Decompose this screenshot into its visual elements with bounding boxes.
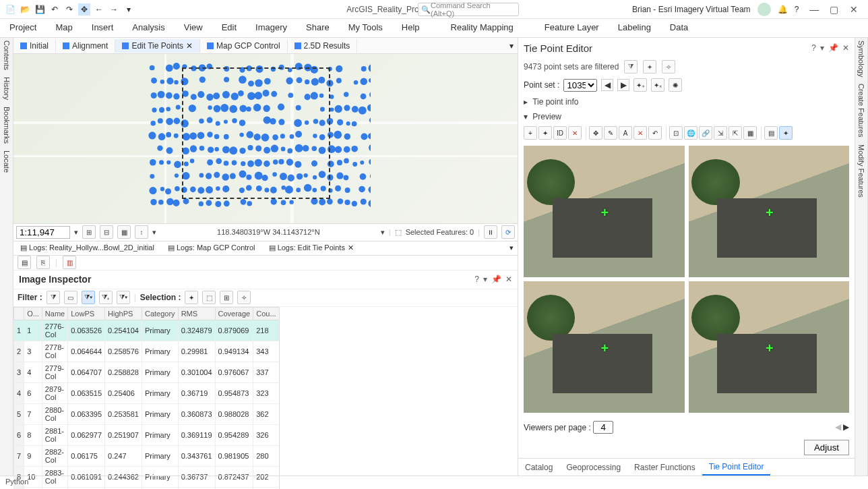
cell[interactable]: 7 bbox=[24, 403, 42, 424]
thumb-4[interactable]: + bbox=[689, 281, 850, 413]
cell[interactable]: 5 bbox=[14, 403, 24, 424]
pause-icon[interactable]: ⏸ bbox=[484, 225, 497, 239]
cell[interactable]: 0.879069 bbox=[215, 320, 253, 341]
pointset-select[interactable]: 1035 bbox=[563, 79, 597, 92]
view-tab-edit-tie-points[interactable]: Edit Tie Points ✕ bbox=[115, 39, 200, 53]
cell[interactable]: 0.253581 bbox=[105, 403, 142, 424]
save-icon[interactable]: 💾 bbox=[34, 3, 46, 16]
cell[interactable]: 0.36719 bbox=[178, 382, 215, 403]
cell[interactable]: Primary bbox=[142, 362, 178, 382]
close-button[interactable]: ✕ bbox=[845, 4, 863, 15]
tpe-menu-icon[interactable]: ▾ bbox=[820, 43, 824, 53]
pointset-add-icon[interactable]: ✦₊ bbox=[633, 78, 647, 92]
ribbon-tab-reality-mapping[interactable]: Reality Mapping bbox=[441, 19, 523, 37]
cell[interactable]: 0.324879 bbox=[178, 320, 215, 341]
filter-extent-icon[interactable]: ▭ bbox=[64, 291, 78, 304]
tp-fitin-icon[interactable]: ⇲ bbox=[714, 126, 727, 140]
log-tab[interactable]: ▤ Logs: Reality_Hollyw...Bowl_2D_initial bbox=[13, 242, 161, 254]
cell[interactable]: 0.25406 bbox=[105, 382, 142, 403]
cell[interactable]: 2882-Col bbox=[42, 445, 67, 466]
tpe-pin-icon[interactable]: 📌 bbox=[828, 43, 838, 53]
preview-section-label[interactable]: Preview bbox=[532, 112, 561, 121]
tpe-help-icon[interactable]: ? bbox=[811, 43, 816, 53]
close-tab-icon[interactable]: ✕ bbox=[186, 41, 193, 51]
user-label[interactable]: Brian - Esri Imagery Virtual Team bbox=[632, 5, 751, 14]
tp-zoom-icon[interactable]: ⊡ bbox=[669, 126, 683, 140]
tp-link-icon[interactable]: 🔗 bbox=[699, 126, 712, 140]
cell[interactable]: 218 bbox=[253, 320, 279, 341]
table-row[interactable]: 112776-Col0.0635260.254104Primary0.32487… bbox=[14, 320, 280, 341]
view-tab-2-5d-results[interactable]: 2.5D Results bbox=[288, 39, 358, 53]
thumb-3[interactable]: + bbox=[524, 281, 685, 413]
tp-add2-icon[interactable]: ✦ bbox=[538, 126, 552, 140]
tp-add-icon[interactable]: + bbox=[524, 126, 537, 140]
inspector-close-icon[interactable]: ✕ bbox=[505, 275, 512, 284]
col-header[interactable]: Name bbox=[42, 307, 67, 320]
table-row[interactable]: 342779-Col0.0647070.258828Primary0.30100… bbox=[14, 362, 280, 382]
cell[interactable]: 0.988028 bbox=[215, 403, 253, 424]
tp-fitout-icon[interactable]: ⇱ bbox=[728, 126, 742, 140]
tp-grid-icon[interactable]: ▦ bbox=[743, 126, 757, 140]
cell[interactable]: 0.251907 bbox=[105, 424, 142, 445]
tp-addid-icon[interactable]: ID bbox=[553, 126, 567, 140]
dock-tab-geoprocessing[interactable]: Geoprocessing bbox=[559, 460, 627, 475]
tp-delete-icon[interactable]: ✕ bbox=[633, 126, 647, 140]
python-bar[interactable]: Python bbox=[0, 476, 868, 489]
ribbon-tab-share[interactable]: Share bbox=[297, 19, 339, 37]
explore-icon[interactable]: ✥ bbox=[78, 3, 90, 16]
ribbon-tab-analysis[interactable]: Analysis bbox=[123, 19, 174, 37]
tp-globe-icon[interactable]: 🌐 bbox=[684, 126, 698, 140]
help-icon[interactable]: ? bbox=[795, 5, 799, 14]
dock-tab-tie-point-editor[interactable]: Tie Point Editor bbox=[702, 459, 771, 476]
maximize-button[interactable]: ▢ bbox=[826, 4, 843, 15]
cell[interactable]: 2778-Col bbox=[42, 341, 67, 362]
notifications-icon[interactable]: 🔔 bbox=[778, 5, 788, 14]
dynamic-icon[interactable]: ↕ bbox=[135, 225, 148, 239]
thumbs-prev-icon[interactable]: ◀ bbox=[835, 422, 841, 432]
constraint-icon[interactable]: ⊞ bbox=[82, 225, 96, 239]
cell[interactable]: 0.981905 bbox=[215, 445, 253, 466]
scale-input[interactable] bbox=[16, 226, 70, 239]
cell[interactable]: 0.063395 bbox=[68, 403, 105, 424]
selection-icon[interactable]: ⬚ bbox=[395, 228, 402, 237]
log-table-icon[interactable]: ▤ bbox=[18, 256, 31, 269]
scale-dropdown-icon[interactable]: ▾ bbox=[74, 228, 78, 237]
tpe-filter2-icon[interactable]: ✦ bbox=[643, 60, 656, 74]
log-clear-icon[interactable]: ▥ bbox=[63, 256, 76, 269]
tp-label-icon[interactable]: A bbox=[619, 126, 632, 140]
dock-tab-catalog[interactable]: Catalog bbox=[518, 460, 559, 475]
adjust-button[interactable]: Adjust bbox=[804, 440, 849, 455]
tpe-filter3-icon[interactable]: ✧ bbox=[662, 60, 675, 74]
ribbon-tab-labeling[interactable]: Labeling bbox=[609, 19, 660, 37]
cell[interactable]: 1 bbox=[14, 320, 24, 341]
cell[interactable]: 4 bbox=[24, 362, 42, 382]
table-row[interactable]: 572880-Col0.0633950.253581Primary0.36087… bbox=[14, 403, 280, 424]
tp-layers-icon[interactable]: ▤ bbox=[764, 126, 778, 140]
cell[interactable]: Primary bbox=[142, 341, 178, 362]
rail-create-features[interactable]: Create Features bbox=[857, 84, 865, 137]
open-icon[interactable]: 📂 bbox=[19, 3, 31, 16]
sel-tool3-icon[interactable]: ⊞ bbox=[220, 291, 233, 304]
cell[interactable]: 0.954289 bbox=[215, 424, 253, 445]
cell[interactable]: 0.343761 bbox=[178, 445, 215, 466]
col-header[interactable]: Coverage bbox=[215, 307, 253, 320]
cell[interactable]: 337 bbox=[253, 362, 279, 382]
cell[interactable]: 0.369119 bbox=[178, 424, 215, 445]
table-row[interactable]: 232778-Col0.0646440.258576Primary0.29981… bbox=[14, 341, 280, 362]
cell[interactable]: 2880-Col bbox=[42, 403, 67, 424]
tp-remove-icon[interactable]: ✕ bbox=[568, 126, 582, 140]
ribbon-tab-map[interactable]: Map bbox=[46, 19, 82, 37]
cell[interactable]: 343 bbox=[253, 341, 279, 362]
pointset-flash-icon[interactable]: ✺ bbox=[669, 78, 682, 92]
cell[interactable]: 3 bbox=[14, 362, 24, 382]
new-project-icon[interactable]: 📄 bbox=[4, 3, 16, 16]
ribbon-tab-edit[interactable]: Edit bbox=[212, 19, 246, 37]
cell[interactable]: 0.258576 bbox=[105, 341, 142, 362]
cell[interactable]: 323 bbox=[253, 382, 279, 403]
ribbon-tab-project[interactable]: Project bbox=[0, 19, 46, 37]
forward-icon[interactable]: → bbox=[108, 3, 120, 16]
cell[interactable]: 0.06175 bbox=[68, 445, 105, 466]
inspector-menu-icon[interactable]: ▾ bbox=[483, 275, 487, 284]
col-header[interactable]: LowPS bbox=[68, 307, 105, 320]
back-icon[interactable]: ← bbox=[93, 3, 105, 16]
